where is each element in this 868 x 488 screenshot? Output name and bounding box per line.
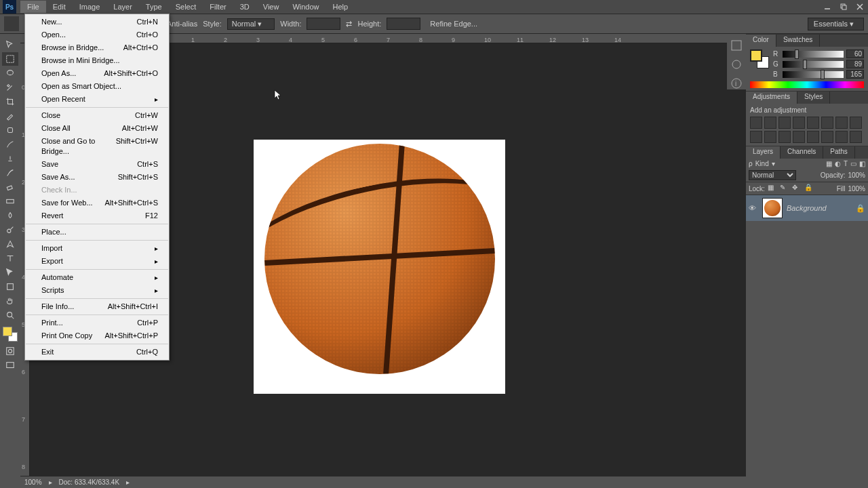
lock-trans-icon[interactable]: ▦ xyxy=(768,184,777,193)
file-menu-import[interactable]: Import xyxy=(25,242,169,255)
zoom-tool[interactable] xyxy=(2,308,18,322)
g-slider[interactable] xyxy=(783,61,844,68)
zoom-icon[interactable]: ▸ xyxy=(49,479,52,486)
adjustments-tab[interactable]: Adjustments xyxy=(746,92,797,104)
crop-tool[interactable] xyxy=(2,95,18,108)
color-balance-adj-icon[interactable] xyxy=(835,117,848,129)
posterize-adj-icon[interactable] xyxy=(807,131,819,143)
file-menu-close-and-go-to-bridge[interactable]: Close and Go to Bridge...Shift+Ctrl+W xyxy=(25,135,169,158)
photo-filter-adj-icon[interactable] xyxy=(750,131,762,143)
g-value[interactable]: 89 xyxy=(846,60,864,68)
shape-tool[interactable] xyxy=(2,280,18,293)
file-menu-open[interactable]: Open...Ctrl+O xyxy=(25,28,169,41)
history-panel-icon[interactable] xyxy=(730,39,743,52)
curves-adj-icon[interactable] xyxy=(778,117,791,129)
color-fgbg[interactable] xyxy=(750,49,769,68)
width-input[interactable] xyxy=(307,18,340,30)
b-slider[interactable] xyxy=(783,71,844,78)
fill-value[interactable]: 100% xyxy=(848,185,865,192)
file-menu-exit[interactable]: ExitCtrl+Q xyxy=(25,346,169,359)
eraser-tool[interactable] xyxy=(2,180,18,194)
layer-thumbnail[interactable] xyxy=(762,198,783,218)
file-menu-close[interactable]: CloseCtrl+W xyxy=(25,109,169,122)
lock-pixels-icon[interactable]: ✎ xyxy=(780,184,789,193)
file-menu-save-for-web[interactable]: Save for Web...Alt+Shift+Ctrl+S xyxy=(25,197,169,209)
file-menu-new[interactable]: New...Ctrl+N xyxy=(25,16,169,28)
menu-window[interactable]: Window xyxy=(285,1,326,13)
lookup-adj-icon[interactable] xyxy=(778,131,791,143)
menu-select[interactable]: Select xyxy=(169,1,203,13)
menu-type[interactable]: Type xyxy=(139,1,169,13)
channels-tab[interactable]: Channels xyxy=(781,146,823,159)
filter-smart-icon[interactable]: ◧ xyxy=(859,160,865,167)
menu-file[interactable]: File xyxy=(20,1,46,13)
file-menu-open-as[interactable]: Open As...Alt+Shift+Ctrl+O xyxy=(25,67,169,80)
hue-bar[interactable] xyxy=(750,81,864,88)
styles-tab[interactable]: Styles xyxy=(797,92,830,104)
filter-adj-icon[interactable]: ◐ xyxy=(835,160,841,167)
opacity-value[interactable]: 100% xyxy=(848,171,865,179)
filter-type-icon[interactable]: T xyxy=(844,160,848,167)
layer-row-background[interactable]: 👁 Background 🔒 xyxy=(746,195,868,221)
brightness-adj-icon[interactable] xyxy=(750,117,762,129)
type-tool[interactable] xyxy=(2,251,18,265)
menu-view[interactable]: View xyxy=(256,1,286,13)
file-menu-open-as-smart-object[interactable]: Open as Smart Object... xyxy=(25,80,169,93)
b-value[interactable]: 165 xyxy=(846,70,864,79)
workspace-switcher[interactable]: Essentials ▾ xyxy=(808,18,864,30)
gradient-map-adj-icon[interactable] xyxy=(835,131,848,143)
move-tool[interactable] xyxy=(2,38,18,52)
file-menu-open-recent[interactable]: Open Recent xyxy=(25,93,169,106)
hue-adj-icon[interactable] xyxy=(821,117,833,129)
layer-name[interactable]: Background xyxy=(787,204,827,212)
zoom-value[interactable]: 100% xyxy=(24,479,42,486)
close-button[interactable] xyxy=(852,1,868,13)
menu-filter[interactable]: Filter xyxy=(203,1,233,13)
maximize-button[interactable] xyxy=(835,1,852,13)
lasso-tool[interactable] xyxy=(2,66,18,80)
doc-info-arrow[interactable]: ▸ xyxy=(126,479,130,486)
r-slider[interactable] xyxy=(783,51,844,58)
swap-icon[interactable]: ⇄ xyxy=(346,20,352,28)
r-value[interactable]: 60 xyxy=(846,49,864,58)
height-input[interactable] xyxy=(387,18,420,30)
file-menu-save[interactable]: SaveCtrl+S xyxy=(25,158,169,171)
file-menu-print-one-copy[interactable]: Print One CopyAlt+Shift+Ctrl+P xyxy=(25,329,169,342)
file-menu-automate[interactable]: Automate xyxy=(25,271,169,284)
hand-tool[interactable] xyxy=(2,294,18,308)
selective-color-adj-icon[interactable] xyxy=(850,131,862,143)
lock-pos-icon[interactable]: ✥ xyxy=(792,184,802,193)
doc-info[interactable]: Doc: 633.4K/633.4K xyxy=(59,479,120,486)
vibrance-adj-icon[interactable] xyxy=(807,117,819,129)
eyedropper-tool[interactable] xyxy=(2,109,18,123)
screen-mode-tool[interactable] xyxy=(2,359,18,372)
menu-3d[interactable]: 3D xyxy=(233,1,256,13)
bw-adj-icon[interactable] xyxy=(850,117,862,129)
paths-tab[interactable]: Paths xyxy=(823,146,855,159)
file-menu-place[interactable]: Place... xyxy=(25,226,169,239)
layers-tab[interactable]: Layers xyxy=(746,146,781,159)
properties-panel-icon[interactable] xyxy=(730,58,743,70)
menu-image[interactable]: Image xyxy=(73,1,107,13)
file-menu-revert[interactable]: RevertF12 xyxy=(25,209,169,222)
history-brush-tool[interactable] xyxy=(2,166,18,180)
refine-edge-button[interactable]: Refine Edge... xyxy=(426,20,481,28)
style-select[interactable]: Normal ▾ xyxy=(227,18,275,30)
gradient-tool[interactable] xyxy=(2,195,18,208)
file-menu-print[interactable]: Print...Ctrl+P xyxy=(25,317,169,329)
visibility-icon[interactable]: 👁 xyxy=(749,204,758,212)
brush-tool[interactable] xyxy=(2,138,18,151)
blur-tool[interactable] xyxy=(2,209,18,222)
wand-tool[interactable] xyxy=(2,81,18,94)
exposure-adj-icon[interactable] xyxy=(793,117,805,129)
levels-adj-icon[interactable] xyxy=(764,117,776,129)
canvas[interactable] xyxy=(254,140,505,394)
swatches-tab[interactable]: Swatches xyxy=(776,35,820,47)
channel-mixer-adj-icon[interactable] xyxy=(764,131,776,143)
invert-adj-icon[interactable] xyxy=(793,131,805,143)
quick-mask-tool[interactable] xyxy=(2,344,18,358)
minimize-button[interactable] xyxy=(819,1,835,13)
threshold-adj-icon[interactable] xyxy=(821,131,833,143)
dodge-tool[interactable] xyxy=(2,223,18,237)
file-menu-save-as[interactable]: Save As...Shift+Ctrl+S xyxy=(25,171,169,184)
